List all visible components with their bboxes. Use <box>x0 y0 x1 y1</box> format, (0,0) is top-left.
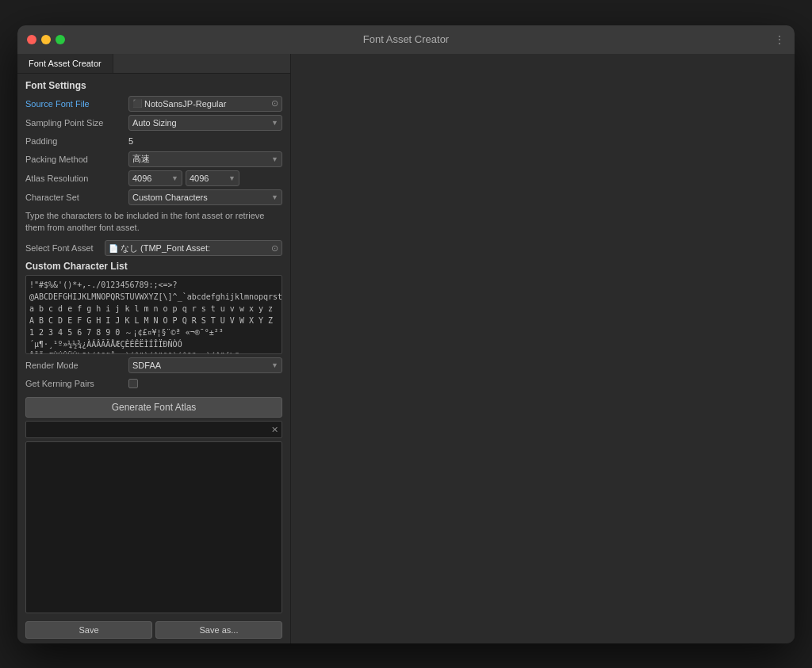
atlas-width-dropdown[interactable]: 4096 ▼ <box>128 170 182 186</box>
charset-label: Character Set <box>25 193 128 202</box>
source-font-row: Source Font File ⬛ NotoSansJP-Regular ⊙ <box>17 94 290 113</box>
source-font-label: Source Font File <box>25 99 128 109</box>
progress-area: ✕ <box>25 421 282 438</box>
save-button[interactable]: Save <box>25 621 152 639</box>
font-settings-header: Font Settings <box>17 74 290 94</box>
progress-close-icon[interactable]: ✕ <box>271 425 278 435</box>
select-font-clear-icon[interactable]: ⊙ <box>271 243 278 254</box>
source-font-clear-icon[interactable]: ⊙ <box>271 98 278 109</box>
select-font-asset-row: Select Font Asset 📄 なし (TMP_Font Asset: … <box>17 239 290 258</box>
render-mode-row: Render Mode SDFAA ▼ <box>17 356 290 375</box>
atlas-controls: 4096 ▼ 4096 ▼ <box>128 170 282 186</box>
charset-dropdown-arrow: ▼ <box>271 193 278 201</box>
window-title: Font Asset Creator <box>363 33 449 45</box>
packing-dropdown-arrow: ▼ <box>271 155 278 163</box>
kerning-checkbox[interactable] <box>128 379 138 388</box>
charset-value: Custom Characters <box>132 193 208 202</box>
tab-bar: Font Asset Creator <box>17 54 290 74</box>
atlas-width-value: 4096 <box>132 174 151 183</box>
atlas-height-value: 4096 <box>190 174 209 183</box>
custom-char-header: Custom Character List <box>17 258 290 273</box>
close-button[interactable] <box>27 35 36 44</box>
atlas-height-arrow: ▼ <box>228 174 236 182</box>
packing-row: Packing Method 高速 ▼ <box>17 150 290 169</box>
padding-value: 5 <box>128 136 282 146</box>
menu-dots[interactable]: ⋮ <box>774 33 785 46</box>
charset-dropdown[interactable]: Custom Characters ▼ <box>128 189 282 205</box>
charset-row: Character Set Custom Characters ▼ <box>17 188 290 207</box>
left-panel: Font Asset Creator Font Settings Source … <box>17 54 291 643</box>
kerning-row: Get Kerning Pairs <box>17 375 290 392</box>
main-window: Font Asset Creator ⋮ Font Asset Creator … <box>17 25 795 643</box>
padding-row: Padding 5 <box>17 132 290 150</box>
char-list-box[interactable]: !"#$%&'()*+,-./0123456789:;<=>?@ABCDEFGH… <box>25 275 282 354</box>
sampling-dropdown[interactable]: Auto Sizing ▼ <box>128 115 282 131</box>
tab-font-asset-creator[interactable]: Font Asset Creator <box>17 54 113 73</box>
maximize-button[interactable] <box>56 35 65 44</box>
atlas-height-dropdown[interactable]: 4096 ▼ <box>186 170 239 186</box>
render-dropdown[interactable]: SDFAA ▼ <box>128 357 282 373</box>
font-asset-icon: 📄 <box>109 244 118 253</box>
traffic-lights <box>27 35 65 44</box>
generate-button[interactable]: Generate Font Atlas <box>25 397 282 418</box>
bottom-buttons: Save Save as... <box>17 616 290 643</box>
padding-label: Padding <box>25 136 128 146</box>
minimize-button[interactable] <box>41 35 51 44</box>
sampling-dropdown-arrow: ▼ <box>271 119 278 127</box>
charset-description: Type the characters to be included in th… <box>17 207 290 239</box>
source-font-value: NotoSansJP-Regular <box>144 99 271 109</box>
atlas-width-arrow: ▼ <box>171 174 178 182</box>
packing-value: 高速 <box>132 153 150 165</box>
atlas-resolution-row: Atlas Resolution 4096 ▼ 4096 ▼ <box>17 169 290 188</box>
font-file-icon: ⬛ <box>132 99 142 108</box>
atlas-label: Atlas Resolution <box>25 174 128 183</box>
render-label: Render Mode <box>25 361 128 370</box>
preview-area <box>25 441 282 613</box>
render-dropdown-arrow: ▼ <box>271 361 278 369</box>
source-font-field[interactable]: ⬛ NotoSansJP-Regular ⊙ <box>128 96 282 112</box>
select-font-field[interactable]: 📄 なし (TMP_Font Asset: ⊙ <box>105 240 282 256</box>
select-font-value: なし (TMP_Font Asset: <box>121 242 269 254</box>
packing-dropdown[interactable]: 高速 ▼ <box>128 151 282 167</box>
title-bar: Font Asset Creator ⋮ <box>17 25 795 54</box>
render-value: SDFAA <box>132 361 161 370</box>
sampling-value: Auto Sizing <box>132 118 177 128</box>
sampling-row: Sampling Point Size Auto Sizing ▼ <box>17 113 290 132</box>
kerning-label: Get Kerning Pairs <box>25 379 128 388</box>
sampling-label: Sampling Point Size <box>25 118 128 128</box>
save-as-button[interactable]: Save as... <box>155 621 282 639</box>
right-area <box>291 54 795 643</box>
select-font-label: Select Font Asset <box>25 243 105 253</box>
content-area: Font Asset Creator Font Settings Source … <box>17 54 795 643</box>
packing-label: Packing Method <box>25 155 128 164</box>
